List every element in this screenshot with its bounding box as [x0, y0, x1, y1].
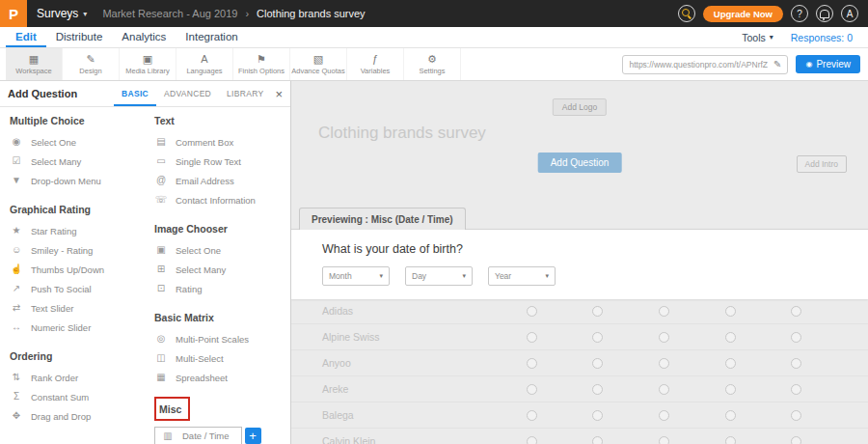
tab-advanced[interactable]: ADVANCED: [156, 81, 219, 106]
question-type-image-select-many[interactable]: ⊞ Select Many: [154, 260, 290, 279]
question-type-constant-sum[interactable]: Σ Constant Sum: [10, 387, 147, 406]
question-type-smiley-rating[interactable]: ☺ Smiley - Rating: [10, 240, 147, 260]
nav-tab-integration[interactable]: Integration: [176, 27, 247, 47]
question-type-dropdown-menu[interactable]: ▼ Drop-down Menu: [10, 171, 147, 190]
close-icon[interactable]: ×: [275, 88, 283, 100]
chevron-down-icon: ▾: [379, 272, 383, 280]
question-type-numeric-slider[interactable]: ↔ Numeric Slider: [10, 318, 147, 337]
matrix-radio[interactable]: [791, 384, 801, 395]
breadcrumb-parent[interactable]: Market Research - Aug 2019: [102, 8, 237, 19]
question-type-push-to-social[interactable]: ↗ Push To Social: [10, 279, 147, 298]
matrix-radio[interactable]: [592, 306, 603, 317]
matrix-radio[interactable]: [592, 410, 603, 421]
year-select[interactable]: Year ▾: [488, 266, 556, 286]
day-select[interactable]: Day ▾: [405, 266, 473, 286]
toolbar-item-languages[interactable]: A Languages: [176, 48, 233, 80]
tools-menu[interactable]: Tools ▾: [742, 32, 773, 43]
matrix-radio[interactable]: [592, 358, 603, 369]
design-icon: ✎: [86, 54, 95, 65]
matrix-radio[interactable]: [791, 332, 801, 343]
matrix-radio[interactable]: [527, 358, 537, 369]
matrix-radio[interactable]: [725, 436, 736, 444]
add-logo-button[interactable]: Add Logo: [553, 98, 607, 116]
matrix-radio[interactable]: [791, 436, 801, 444]
matrix-radio[interactable]: [791, 358, 801, 369]
add-intro-button[interactable]: Add Intro: [797, 155, 848, 173]
question-type-multi-point-scales[interactable]: ◎ Multi-Point Scales: [154, 329, 290, 348]
matrix-radio[interactable]: [659, 410, 669, 421]
topbar-actions: Upgrade Now ? A: [678, 5, 868, 22]
survey-url-field[interactable]: https://www.questionpro.com/t/APNrfZ ✎: [622, 55, 788, 74]
help-button[interactable]: ?: [791, 5, 808, 22]
toolbar-item-settings[interactable]: ⚙ Settings: [404, 48, 461, 80]
nav-tab-edit[interactable]: Edit: [6, 27, 46, 47]
toolbar-item-advance-quotas[interactable]: ▧ Advance Quotas: [290, 48, 347, 80]
question-type-drag-and-drop[interactable]: ✥ Drag and Drop: [10, 406, 147, 426]
add-question-button[interactable]: Add Question: [538, 153, 622, 173]
matrix-radio[interactable]: [659, 358, 669, 369]
question-type-date-time[interactable]: ▥ Date / Time: [154, 427, 242, 444]
question-types-column-2: Text ▤ Comment Box ▭ Single Row Text @ E…: [147, 109, 290, 444]
tab-library[interactable]: LIBRARY: [219, 81, 271, 106]
matrix-radio[interactable]: [791, 410, 801, 421]
matrix-radio[interactable]: [527, 306, 537, 317]
question-type-comment-box[interactable]: ▤ Comment Box: [154, 132, 290, 152]
upgrade-now-button[interactable]: Upgrade Now: [703, 6, 783, 22]
toolbar-item-finish-options[interactable]: ⚑ Finish Options: [233, 48, 290, 80]
question-type-spreadsheet[interactable]: ▦ Spreadsheet: [154, 368, 290, 387]
matrix-row-label: Areke: [291, 383, 499, 395]
question-type-multi-select[interactable]: ◫ Multi-Select: [154, 348, 290, 368]
matrix-radio[interactable]: [725, 410, 736, 421]
matrix-radio[interactable]: [592, 384, 603, 395]
toolbar-item-label: Languages: [186, 67, 222, 75]
gear-icon: ⚙: [427, 54, 437, 65]
matrix-radio[interactable]: [725, 358, 736, 369]
matrix-radio[interactable]: [791, 306, 801, 317]
matrix-radio[interactable]: [592, 332, 603, 343]
matrix-radio[interactable]: [659, 306, 669, 317]
sigma-icon: Σ: [10, 392, 23, 402]
question-type-image-rating[interactable]: ⊡ Rating: [154, 279, 290, 298]
matrix-radio[interactable]: [592, 436, 603, 444]
matrix-row-label: Alpine Swiss: [291, 331, 499, 343]
question-type-select-one[interactable]: ◉ Select One: [10, 132, 147, 152]
search-icon[interactable]: [678, 5, 695, 22]
pencil-icon[interactable]: ✎: [773, 59, 781, 69]
question-type-single-row-text[interactable]: ▭ Single Row Text: [154, 152, 290, 171]
avatar[interactable]: A: [841, 5, 858, 22]
question-type-star-rating[interactable]: ★ Star Rating: [10, 221, 147, 240]
matrix-radio[interactable]: [527, 332, 537, 343]
survey-title[interactable]: Clothing brands survey: [318, 124, 486, 143]
notifications-button[interactable]: [816, 5, 833, 22]
matrix-radio[interactable]: [659, 436, 669, 444]
tab-basic[interactable]: BASIC: [114, 81, 156, 106]
toolbar-item-variables[interactable]: ƒ Variables: [347, 48, 404, 80]
toolbar-item-workspace[interactable]: ▦ Workspace: [6, 48, 63, 80]
question-type-thumbs-updown[interactable]: ☝ Thumbs Up/Down: [10, 260, 147, 279]
question-type-text-slider[interactable]: ⇄ Text Slider: [10, 298, 147, 318]
surveys-menu[interactable]: Surveys ▾: [27, 7, 102, 20]
question-type-select-many[interactable]: ☑ Select Many: [10, 152, 147, 171]
toolbar-item-design[interactable]: ✎ Design: [63, 48, 120, 80]
matrix-radio[interactable]: [527, 410, 537, 421]
toolbar-item-label: Settings: [419, 67, 445, 75]
question-type-rank-order[interactable]: ⇅ Rank Order: [10, 368, 147, 387]
matrix-radio[interactable]: [527, 436, 537, 444]
month-select[interactable]: Month ▾: [322, 266, 390, 286]
matrix-radio[interactable]: [659, 332, 669, 343]
preview-button[interactable]: ◉ Preview: [796, 55, 860, 73]
matrix-radio[interactable]: [725, 306, 736, 317]
question-type-image-select-one[interactable]: ▣ Select One: [154, 240, 290, 260]
question-type-contact-information[interactable]: ☏ Contact Information: [154, 190, 290, 209]
nav-tab-analytics[interactable]: Analytics: [112, 27, 176, 47]
add-date-time-button[interactable]: +: [245, 428, 261, 444]
nav-tab-distribute[interactable]: Distribute: [46, 27, 113, 47]
matrix-radio[interactable]: [527, 384, 537, 395]
question-type-email-address[interactable]: @ Email Address: [154, 171, 290, 190]
toolbar-item-media-library[interactable]: ▣ Media Library: [120, 48, 176, 80]
matrix-radio[interactable]: [725, 332, 736, 343]
responses-count[interactable]: Responses: 0: [791, 32, 853, 43]
questionpro-logo[interactable]: P: [0, 0, 27, 27]
matrix-radio[interactable]: [725, 384, 736, 395]
matrix-radio[interactable]: [659, 384, 669, 395]
